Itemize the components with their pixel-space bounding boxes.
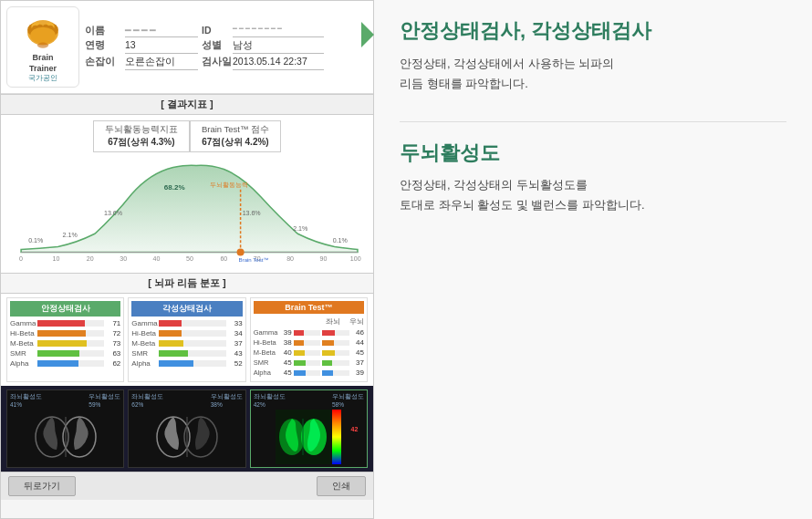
dist-row-gamma-act: Gamma 33 (131, 319, 242, 327)
right-desc-1: 안정상태, 각성상태에서 사용하는 뇌파의 리듬 형태를 파악합니다. (400, 54, 786, 94)
right-desc-2: 안정상태, 각성상태의 두뇌활성도를 토대로 좌우뇌 활성도 및 밸런스를 파악… (400, 175, 786, 215)
results-area: 두뇌활동능력지표 67점(상위 4.3%) Brain Test™ 점수 67점… (1, 115, 373, 273)
svg-text:13.6%: 13.6% (104, 210, 123, 216)
value-date: 2013.05.14 22:37 (233, 56, 324, 70)
dist-col-active-title: 각성상태검사 (131, 301, 242, 317)
dist-col-active: 각성상태검사 Gamma 33 Hi-Beta 34 M-Beta (128, 297, 245, 382)
score1-value: 67점(상위 4.3%) (105, 136, 178, 149)
bottom-bar: 뒤로가기 인쇄 (1, 472, 373, 500)
svg-point-4 (37, 43, 48, 48)
svg-point-3 (30, 27, 56, 44)
bt-row-gamma: Gamma 39 46 (254, 328, 364, 337)
label-handedness: 손잡이 (85, 56, 121, 70)
svg-text:68.2%: 68.2% (164, 183, 185, 192)
svg-text:50: 50 (186, 255, 193, 262)
dist-row-smr-act: SMR 43 (131, 349, 242, 358)
svg-text:40: 40 (153, 255, 161, 262)
brain-img-3: 좌뇌활성도42% 우뇌활성도58% 42 (250, 389, 368, 468)
svg-text:60: 60 (220, 255, 227, 262)
brain3-left-label: 좌뇌활성도42% (254, 393, 286, 408)
score2-title: Brain Test™ 점수 (202, 124, 269, 136)
dist-row-smr-rest: SMR 63 (10, 349, 120, 358)
value-handedness: 오른손잡이 (125, 56, 198, 70)
brain2-right-label: 우뇌활성도38% (211, 393, 243, 408)
brain2-left-label: 좌뇌활성도62% (131, 393, 163, 408)
brain1-right-label: 우뇌활성도59% (88, 393, 120, 408)
logo-subtitle: 국가공인 (28, 74, 57, 83)
dist-col-resting-title: 안정상태검사 (10, 301, 120, 317)
distribution-grid: 안정상태검사 Gamma 71 Hi-Beta 72 M-Beta (1, 294, 373, 386)
right-section-1: 안정상태검사, 각성상태검사 안정상태, 각성상태에서 사용하는 뇌파의 리듬 … (400, 18, 786, 94)
score2-value: 67점(상위 4.2%) (202, 136, 269, 149)
brain-img-2: 좌뇌활성도62% 우뇌활성도38% (128, 389, 245, 468)
svg-text:0.1%: 0.1% (333, 238, 349, 244)
svg-text:30: 30 (120, 255, 127, 262)
section-divider (400, 121, 786, 122)
brain-svg-3 (276, 410, 330, 464)
bt-row-smr: SMR 45 37 (254, 358, 364, 367)
svg-text:두뇌활동능력: 두뇌활동능력 (210, 182, 248, 189)
left-panel: Brain Trainer 국가공인 이름 ━━━━ ID ━━━━━━━━ 연… (0, 0, 374, 519)
dist-col-braintest: Brain Test™ 좌뇌 우뇌 Gamma 39 46 Hi-Beta (250, 297, 368, 382)
logo-title: Brain Trainer (29, 53, 57, 74)
svg-text:2.1%: 2.1% (63, 233, 78, 239)
right-title-1: 안정상태검사, 각성상태검사 (400, 18, 786, 45)
distribution-section-title: [ 뇌파 리듬 분포 ] (1, 273, 373, 294)
value-name: ━━━━ (125, 25, 198, 37)
sub-header-left: 좌뇌 (326, 317, 340, 327)
dist-col-braintest-title: Brain Test™ (254, 301, 364, 314)
score1-title: 두뇌활동능력지표 (105, 124, 178, 136)
right-title-2: 두뇌활성도 (400, 140, 786, 167)
brain-svg-2 (151, 410, 224, 464)
svg-text:13.6%: 13.6% (243, 210, 262, 216)
dist-row-hibeta-rest: Hi-Beta 72 (10, 329, 120, 337)
value-id: ━━━━━━━━ (233, 25, 324, 37)
color-bar-value: 42 (351, 426, 359, 432)
patient-info-grid: 이름 ━━━━ ID ━━━━━━━━ 연령 13 성별 남성 손잡이 오른손잡… (85, 6, 368, 88)
label-gender: 성별 (202, 39, 229, 54)
label-name: 이름 (85, 25, 121, 37)
value-gender: 남성 (233, 39, 324, 54)
brain-svg-1 (29, 410, 102, 464)
svg-text:20: 20 (87, 255, 94, 262)
dist-row-gamma-rest: Gamma 71 (10, 319, 120, 327)
svg-text:90: 90 (320, 255, 328, 262)
brain-images-section: 좌뇌활성도41% 우뇌활성도59% 좌뇌활성도62% 우뇌활성도38% (1, 386, 373, 472)
dist-row-hibeta-act: Hi-Beta 34 (131, 329, 242, 337)
bt-row-mbeta: M-Beta 40 45 (254, 348, 364, 357)
svg-text:80: 80 (286, 255, 294, 262)
connector-arrow (361, 22, 374, 47)
bt-row-alpha: Alpha 45 39 (254, 368, 364, 377)
value-age: 13 (125, 39, 198, 54)
svg-text:10: 10 (52, 255, 59, 262)
dist-col-resting: 안정상태검사 Gamma 71 Hi-Beta 72 M-Beta (6, 297, 124, 382)
dist-row-mbeta-rest: M-Beta 73 (10, 339, 120, 348)
logo-box: Brain Trainer 국가공인 (6, 6, 79, 88)
svg-point-25 (237, 249, 245, 256)
sub-header-right: 우뇌 (349, 317, 364, 327)
brain1-left-label: 좌뇌활성도41% (10, 393, 42, 408)
brain-img-1: 좌뇌활성도41% 우뇌활성도59% (6, 389, 124, 468)
label-id: ID (202, 25, 229, 37)
score-box-2: Brain Test™ 점수 67점(상위 4.2%) (190, 120, 281, 152)
right-section-2: 두뇌활성도 안정상태, 각성상태의 두뇌활성도를 토대로 좌우뇌 활성도 및 밸… (400, 140, 786, 216)
brain3-right-label: 우뇌활성도58% (332, 393, 364, 408)
right-panel: 안정상태검사, 각성상태검사 안정상태, 각성상태에서 사용하는 뇌파의 리듬 … (374, 0, 812, 519)
bt-row-hibeta: Hi-Beta 38 44 (254, 338, 364, 347)
svg-text:0.1%: 0.1% (28, 238, 44, 244)
color-bar: 42 (332, 410, 341, 464)
dist-row-mbeta-act: M-Beta 37 (131, 339, 242, 348)
label-age: 연령 (85, 39, 121, 54)
bell-curve-svg: 0.1% 2.1% 13.6% 68.2% 13.6% 2.1% 0.1% 0 … (12, 158, 362, 267)
print-button[interactable]: 인쇄 (317, 476, 366, 496)
svg-text:Brain Test™: Brain Test™ (239, 257, 269, 263)
label-date: 검사일 (202, 56, 229, 70)
dist-row-alpha-rest: Alpha 62 (10, 359, 120, 368)
back-button[interactable]: 뒤로가기 (8, 476, 76, 496)
svg-text:0: 0 (19, 255, 23, 262)
results-section-title: [ 결과지표 ] (1, 94, 373, 115)
dist-row-alpha-act: Alpha 52 (131, 359, 242, 368)
header-section: Brain Trainer 국가공인 이름 ━━━━ ID ━━━━━━━━ 연… (1, 1, 373, 94)
svg-text:2.1%: 2.1% (293, 226, 308, 233)
bell-curve-chart: 0.1% 2.1% 13.6% 68.2% 13.6% 2.1% 0.1% 0 … (12, 158, 362, 267)
